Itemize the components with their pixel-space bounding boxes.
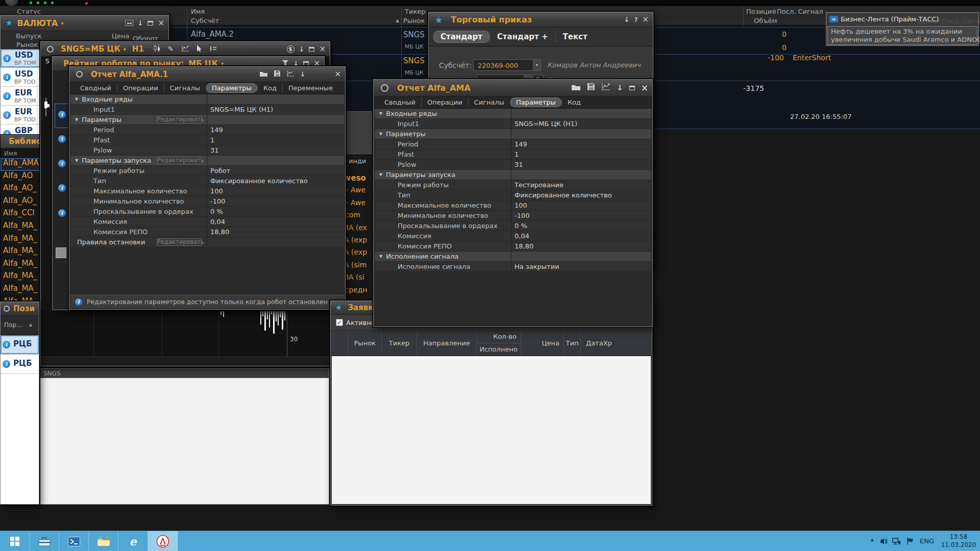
- info-icon[interactable]: i: [3, 341, 10, 348]
- info-icon[interactable]: i: [3, 55, 11, 62]
- library-item[interactable]: Alfa_MA_: [1, 284, 40, 296]
- chevron-down-icon[interactable]: ▾: [124, 46, 126, 52]
- library-item[interactable]: Alfa_MA_: [1, 246, 40, 259]
- param-row[interactable]: Input1 SNGS=МБ ЦК (H1): [70, 105, 344, 115]
- info-icon[interactable]: i: [3, 73, 11, 81]
- column-ticker[interactable]: Тикер: [405, 8, 426, 15]
- library-item[interactable]: Alfa_MA_: [1, 271, 40, 284]
- library-col-name[interactable]: Имя: [4, 150, 17, 157]
- param-row[interactable]: Проскальзывание в ордерах 0 %: [70, 207, 344, 217]
- tab[interactable]: Переменные: [282, 83, 338, 93]
- param-row[interactable]: Параметры Редактировать: [70, 115, 344, 125]
- maximize-icon[interactable]: [629, 86, 635, 90]
- chevron-down-icon[interactable]: ▾: [61, 20, 63, 26]
- col-market[interactable]: Рынок: [349, 331, 382, 356]
- help-icon[interactable]: ?: [634, 16, 638, 23]
- favorite-star-icon[interactable]: ★: [6, 18, 12, 28]
- col-ticker[interactable]: Тикер: [382, 331, 417, 356]
- pin-down-icon[interactable]: ↓: [138, 19, 143, 27]
- robot-status-icon[interactable]: [76, 71, 83, 78]
- close-icon[interactable]: ×: [642, 16, 649, 23]
- edit-button[interactable]: Редактировать: [157, 157, 202, 164]
- param-row[interactable]: Параметры запуска Редактировать: [70, 156, 344, 166]
- col-issue[interactable]: Выпуск: [16, 32, 41, 40]
- param-row[interactable]: Исполнение сигнала На закрытии: [375, 262, 651, 272]
- info-icon[interactable]: i: [58, 184, 66, 192]
- sort-asc-icon[interactable]: ▲: [396, 18, 399, 23]
- open-folder-icon[interactable]: [571, 83, 581, 93]
- open-folder-icon[interactable]: [259, 69, 268, 79]
- library-item[interactable]: Alfa_MA_: [1, 259, 40, 271]
- info-icon[interactable]: i: [58, 135, 66, 143]
- candles-icon[interactable]: [153, 44, 161, 54]
- report-chart-icon[interactable]: [286, 69, 295, 79]
- row-ticker[interactable]: SNGS (: [403, 30, 430, 39]
- subaccount-select[interactable]: 220369-000 ▾: [473, 59, 541, 71]
- clock[interactable]: 13:58 11.03.2020: [941, 533, 976, 549]
- positions-sort-header[interactable]: Пор... ▲: [1, 316, 39, 335]
- info-icon[interactable]: i: [3, 111, 11, 119]
- param-row[interactable]: Минимальное количество -100: [70, 196, 344, 207]
- row-ticker[interactable]: SNGS (: [403, 56, 430, 65]
- close-icon[interactable]: ×: [158, 19, 164, 27]
- robot-status-icon[interactable]: [47, 46, 54, 53]
- speaker-icon[interactable]: [880, 537, 888, 547]
- param-row[interactable]: Period 149: [375, 139, 651, 149]
- param-row[interactable]: Режим работы Тестирование: [375, 180, 651, 190]
- order-tab[interactable]: Текст: [555, 31, 595, 43]
- tab[interactable]: Код: [561, 97, 586, 107]
- col-price[interactable]: Цена: [112, 32, 130, 40]
- param-row[interactable]: Комиссия 0,04: [70, 217, 344, 227]
- col-market[interactable]: Рынок: [16, 41, 38, 48]
- param-row[interactable]: Параметры: [375, 129, 651, 139]
- col-qty[interactable]: Кол-во: [477, 331, 521, 343]
- currency-mode-icon[interactable]: $: [287, 45, 295, 53]
- param-row[interactable]: Комиссия РЕПО 18,80: [375, 241, 651, 252]
- tab[interactable]: Параметры: [510, 97, 561, 107]
- sort-label[interactable]: Пор...: [4, 321, 22, 329]
- powershell-button[interactable]: [59, 531, 89, 551]
- favorite-star-icon[interactable]: ★: [435, 15, 443, 25]
- library-item[interactable]: Alfa_MA_: [1, 221, 40, 234]
- library-item[interactable]: Alfa_CCI: [1, 208, 40, 221]
- param-row[interactable]: Комиссия РЕПО 18,80: [70, 227, 344, 237]
- param-row[interactable]: Проскальзывание в ордерах 0 %: [375, 221, 651, 231]
- robot-status-icon[interactable]: [381, 84, 388, 92]
- row-name-value[interactable]: Alfa_AMA.2: [191, 30, 234, 39]
- indicator-icon[interactable]: [181, 44, 189, 54]
- col-qty-filled[interactable]: Кол-во Исполнено: [477, 331, 521, 356]
- info-icon[interactable]: i: [58, 111, 66, 118]
- param-row[interactable]: Тип Фиксированное количество: [375, 190, 651, 201]
- tab[interactable]: Сигналы: [164, 83, 206, 93]
- info-icon[interactable]: i: [58, 160, 66, 167]
- tray-expand-icon[interactable]: ▴: [871, 536, 874, 543]
- column-market[interactable]: Рынок: [403, 17, 425, 24]
- action-center-flag-icon[interactable]: [906, 537, 914, 547]
- col-price[interactable]: Цена: [521, 331, 564, 356]
- tab[interactable]: Сигналы: [468, 97, 510, 107]
- param-row[interactable]: Pslow 31: [70, 145, 344, 156]
- dock-icon[interactable]: ▸◂: [125, 20, 133, 26]
- param-row[interactable]: Правила остановки Редактировать: [70, 237, 344, 247]
- tab[interactable]: Операции: [421, 97, 468, 107]
- network-icon[interactable]: [892, 537, 901, 547]
- cursor-icon[interactable]: [197, 44, 203, 54]
- internet-explorer-button[interactable]: e: [118, 531, 148, 551]
- param-row[interactable]: Входные ряды: [70, 94, 344, 105]
- tab[interactable]: Сводный: [379, 97, 421, 107]
- pin-down-icon[interactable]: ↓: [300, 70, 306, 78]
- close-icon[interactable]: ×: [641, 84, 648, 92]
- orders-table-body[interactable]: [332, 356, 651, 504]
- library-item[interactable]: Alfa_AO: [1, 171, 40, 184]
- library-item[interactable]: Alfa_AO_: [1, 196, 40, 209]
- chart-scroll-strip[interactable]: [41, 357, 330, 366]
- chart-timeframe[interactable]: H1: [132, 44, 144, 54]
- library-item[interactable]: Alfa_AO_: [1, 183, 40, 196]
- param-row[interactable]: Максимальное количество 100: [70, 186, 344, 196]
- tab[interactable]: Код: [257, 83, 282, 93]
- column-name[interactable]: Имя: [191, 8, 205, 15]
- param-row[interactable]: Режим работы Робот: [70, 166, 344, 176]
- param-row[interactable]: Минимальное количество -100: [375, 211, 651, 221]
- position-row[interactable]: i РЦБ: [1, 355, 39, 374]
- order-tab[interactable]: Стандарт: [433, 31, 489, 43]
